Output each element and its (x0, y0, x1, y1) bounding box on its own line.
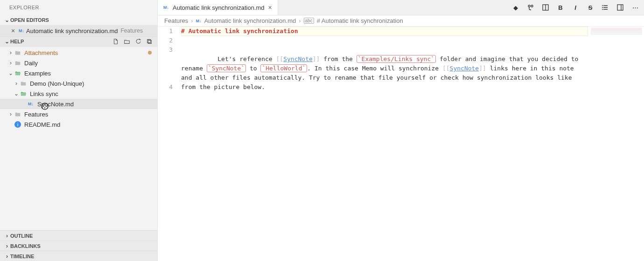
file-tree: ›Attachments›Daily⌄Examples›Demo (Non-Un… (0, 47, 157, 230)
markdown-icon: M↓ (27, 100, 35, 108)
diamond-icon[interactable]: ◆ (511, 3, 520, 12)
compare-changes-icon[interactable] (526, 3, 535, 12)
wikilink-close: ]] (313, 55, 320, 62)
editor-tab[interactable]: M↓ Automatic link synchronization.md × (158, 0, 278, 15)
split-editor-icon[interactable] (616, 3, 624, 12)
line-number (158, 55, 173, 64)
folder-icon (14, 110, 21, 118)
open-editor-dir: Features (121, 27, 143, 34)
outline-label: OUTLINE (10, 233, 154, 239)
svg-point-3 (602, 7, 603, 8)
svg-point-2 (602, 5, 603, 6)
svg-rect-5 (617, 5, 623, 10)
inline-code-from: `SyncNote` (207, 64, 246, 72)
sidebar: EXPLORER ⌄ OPEN EDITORS × M↓ Automatic l… (0, 0, 158, 261)
tree-folder-links-sync[interactable]: ⌄Links sync (0, 89, 157, 99)
open-editor-name: Automatic link synchronization.md (26, 27, 118, 34)
markdown-icon: M↓ (163, 5, 169, 10)
breadcrumb[interactable]: Features › M↓ Automatic link synchroniza… (158, 15, 644, 27)
chevron-down-icon: ⌄ (7, 70, 14, 76)
collapse-all-icon[interactable] (145, 37, 154, 46)
tree-item-label: Attachments (24, 49, 148, 56)
text: Let's reference (217, 55, 276, 62)
wikilink-close: ]] (479, 65, 486, 72)
wikilink-open: [[ (442, 65, 450, 72)
tree-item-label: Examples (24, 70, 157, 77)
chevron-right-icon: › (7, 60, 14, 66)
tree-item-label: SyncNote.md (37, 101, 157, 108)
tree-file-syncnote-md[interactable]: M↓SyncNote.md (0, 99, 157, 109)
line-number (158, 73, 173, 82)
heading-line: # Automatic link synchronization (181, 27, 298, 34)
italic-icon[interactable]: I (571, 3, 580, 12)
open-editors-header[interactable]: ⌄ OPEN EDITORS (0, 15, 157, 25)
open-editor-item[interactable]: × M↓ Automatic link synchronization.md F… (0, 25, 157, 36)
wikilink-syncnote[interactable]: SyncNote (450, 65, 479, 72)
text: from the (320, 55, 356, 62)
breadcrumb-features[interactable]: Features (164, 17, 188, 24)
folder-icon (14, 59, 21, 67)
modified-dot-icon (148, 51, 152, 55)
markdown-icon: M↓ (19, 28, 24, 33)
wikilink-syncnote[interactable]: SyncNote (283, 55, 313, 62)
line-number (158, 64, 173, 73)
open-editors-label: OPEN EDITORS (10, 17, 154, 23)
bold-icon[interactable]: B (556, 3, 565, 12)
tree-folder-daily[interactable]: ›Daily (0, 58, 157, 68)
markdown-icon: M↓ (196, 19, 202, 23)
breadcrumb-heading[interactable]: # Automatic link synchronization (317, 17, 403, 24)
chevron-right-icon: › (7, 111, 14, 117)
folder-icon (14, 49, 21, 56)
minimap[interactable] (591, 27, 642, 35)
help-label: HELP (10, 39, 112, 44)
wikilink-open: [[ (276, 55, 284, 62)
breadcrumb-file[interactable]: Automatic link synchronization.md (204, 17, 296, 24)
close-icon[interactable]: × (268, 4, 272, 11)
text: to (246, 65, 260, 72)
close-icon[interactable]: × (9, 27, 17, 34)
folder-icon (20, 80, 27, 87)
chevron-right-icon: › (4, 233, 10, 239)
help-header[interactable]: ⌄ HELP (0, 36, 157, 47)
heading-icon: abc (304, 18, 314, 24)
more-icon[interactable]: ⋯ (631, 3, 639, 12)
inline-code-to: `HelloWorld` (260, 64, 307, 72)
tab-actions: ◆ B I S ⋯ (511, 0, 644, 15)
tree-item-label: Links sync (30, 90, 157, 97)
chevron-right-icon: › (13, 80, 20, 87)
chevron-right-icon: › (191, 17, 193, 24)
tree-file-readme-md[interactable]: iREADME.md (0, 119, 157, 130)
new-folder-icon[interactable] (123, 37, 131, 46)
info-file-icon: i (14, 121, 21, 128)
bottom-sections: › OUTLINE › BACKLINKS › TIMELINE (0, 230, 157, 261)
tab-bar: M↓ Automatic link synchronization.md × ◆… (158, 0, 644, 15)
open-preview-icon[interactable] (541, 3, 550, 12)
chevron-right-icon: › (299, 17, 301, 24)
tree-item-label: README.md (24, 121, 157, 128)
list-icon[interactable] (601, 3, 609, 12)
code-content[interactable]: # Automatic link synchronization Let's r… (181, 27, 644, 261)
tree-item-label: Features (24, 111, 157, 118)
line-number: 2 (158, 36, 173, 45)
tree-folder-examples[interactable]: ⌄Examples (0, 68, 157, 78)
timeline-header[interactable]: › TIMELINE (0, 251, 157, 261)
tree-folder-attachments[interactable]: ›Attachments (0, 48, 157, 58)
explorer-title: EXPLORER (0, 0, 157, 15)
strikethrough-icon[interactable]: S (586, 3, 595, 12)
chevron-down-icon: ⌄ (13, 90, 20, 97)
backlinks-header[interactable]: › BACKLINKS (0, 240, 157, 251)
new-file-icon[interactable] (112, 37, 120, 46)
svg-point-4 (602, 9, 603, 10)
tree-folder-demo-non-unique-[interactable]: ›Demo (Non-Unique) (0, 78, 157, 89)
chevron-down-icon: ⌄ (4, 38, 10, 45)
chevron-down-icon: ⌄ (4, 17, 10, 23)
line-number: 3 (158, 45, 173, 55)
inline-code-path: `Examples/Links sync` (357, 55, 436, 63)
outline-header[interactable]: › OUTLINE (0, 230, 157, 240)
editor-body[interactable]: 123 4 # Automatic link synchronization L… (158, 27, 644, 261)
line-number: 4 (158, 82, 173, 92)
tree-folder-features[interactable]: ›Features (0, 109, 157, 119)
folder-open-icon (14, 69, 21, 77)
line-number: 1 (158, 27, 173, 36)
refresh-icon[interactable] (134, 37, 142, 46)
